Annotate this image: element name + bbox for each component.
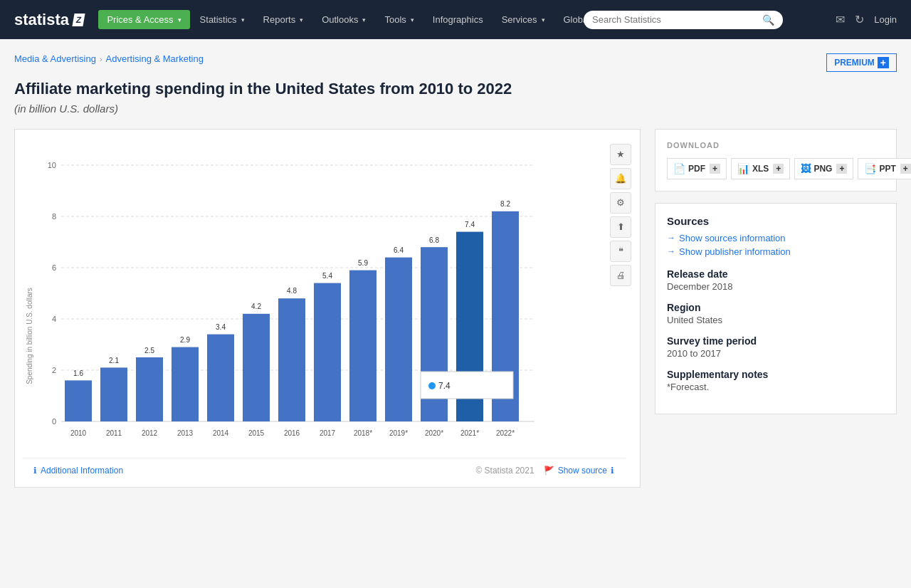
nav-item-services[interactable]: Services ▾ <box>493 10 554 29</box>
copyright: © Statista 2021 <box>475 466 534 476</box>
download-xls-btn[interactable]: 📊 XLS + <box>731 158 790 179</box>
sources-section: Sources → Show sources information → Sho… <box>655 203 897 414</box>
bar-2012 <box>136 357 163 421</box>
additional-info-link[interactable]: ℹ Additional Information <box>33 466 123 476</box>
png-label: PNG <box>813 164 832 174</box>
breadcrumb-media[interactable]: Media & Advertising <box>14 53 96 64</box>
refresh-icon[interactable]: ↻ <box>855 13 864 26</box>
meta-survey-period: Survey time period 2010 to 2017 <box>667 335 885 359</box>
download-ppt-btn[interactable]: 📑 PPT + <box>858 158 911 179</box>
statistics-caret: ▾ <box>241 16 245 23</box>
svg-text:2.5: 2.5 <box>144 347 154 355</box>
ppt-plus: + <box>900 164 911 174</box>
png-plus: + <box>836 164 847 174</box>
bar-2016 <box>278 298 305 421</box>
breadcrumb-area: Media & Advertising › Advertising & Mark… <box>0 39 911 79</box>
tooltip-dot <box>428 382 436 389</box>
page-title: Affiliate marketing spending in the Unit… <box>14 79 897 100</box>
svg-text:4: 4 <box>52 315 56 323</box>
bar-2010 <box>65 380 92 421</box>
breadcrumb: Media & Advertising › Advertising & Mark… <box>14 53 204 64</box>
search-container: 🔍 <box>584 11 783 29</box>
svg-text:4.2: 4.2 <box>251 303 261 310</box>
xls-icon: 📊 <box>737 163 749 174</box>
svg-text:2021*: 2021* <box>460 429 479 437</box>
arrow-icon-2: → <box>667 246 675 256</box>
meta-supp-label: Supplementary notes <box>667 369 885 380</box>
y-axis-label: Spending in billion U.S. dollars <box>26 288 33 384</box>
svg-text:5.4: 5.4 <box>322 272 332 280</box>
breadcrumb-advertising[interactable]: Advertising & Marketing <box>106 53 204 64</box>
flag-icon: 🚩 <box>544 466 554 476</box>
tools-caret: ▾ <box>411 16 414 23</box>
nav-item-tools[interactable]: Tools ▾ <box>376 10 422 29</box>
download-pdf-btn[interactable]: 📄 PDF + <box>667 158 727 179</box>
reports-caret: ▾ <box>300 16 303 23</box>
meta-release-value: December 2018 <box>667 281 885 292</box>
page-title-area: Affiliate marketing spending in the Unit… <box>0 79 911 129</box>
svg-text:2016: 2016 <box>284 429 300 437</box>
svg-text:2010: 2010 <box>70 429 87 437</box>
show-sources-info-link[interactable]: → Show sources information <box>667 233 885 243</box>
download-png-btn[interactable]: 🖼 PNG + <box>794 158 853 179</box>
bar-chart: Spending in billion U.S. dollars 0 2 4 6… <box>22 144 563 450</box>
pdf-plus: + <box>710 164 720 174</box>
show-source-link[interactable]: Show source <box>558 466 607 476</box>
pdf-icon: 📄 <box>673 163 685 174</box>
mail-icon[interactable]: ✉ <box>836 13 845 26</box>
source-info-icon: ℹ <box>611 466 614 476</box>
search-input[interactable] <box>592 14 762 25</box>
meta-region: Region United States <box>667 302 885 325</box>
svg-text:2022*: 2022* <box>496 429 515 437</box>
meta-release-label: Release date <box>667 268 885 280</box>
svg-text:8: 8 <box>52 212 56 221</box>
publisher-info-label: Show publisher information <box>679 246 791 257</box>
logo[interactable]: statista Z <box>14 11 84 29</box>
meta-release-date: Release date December 2018 <box>667 268 885 292</box>
meta-region-value: United States <box>667 315 885 325</box>
breadcrumb-sep: › <box>100 55 102 63</box>
sources-info-label: Show sources information <box>679 233 786 243</box>
bar-2011 <box>100 367 127 421</box>
meta-supp-value: *Forecast. <box>667 382 885 392</box>
svg-text:2.1: 2.1 <box>109 357 119 364</box>
services-caret: ▾ <box>542 16 545 23</box>
svg-text:2012: 2012 <box>142 429 158 437</box>
chart-svg-area: Spending in billion U.S. dollars 0 2 4 6… <box>22 144 626 452</box>
svg-text:2013: 2013 <box>177 429 194 437</box>
svg-text:0: 0 <box>52 417 56 426</box>
nav-item-outlooks[interactable]: Outlooks ▾ <box>313 10 374 29</box>
search-bar: 🔍 <box>584 11 783 29</box>
svg-text:6: 6 <box>52 263 56 272</box>
info-icon: ℹ <box>33 466 37 476</box>
svg-text:1.6: 1.6 <box>73 369 83 377</box>
premium-plus: + <box>878 57 889 68</box>
login-link[interactable]: Login <box>874 14 897 25</box>
bar-2017 <box>314 283 341 421</box>
page-subtitle: (in billion U.S. dollars) <box>14 103 897 115</box>
nav-item-statistics[interactable]: Statistics ▾ <box>191 10 253 29</box>
nav-item-reports[interactable]: Reports ▾ <box>255 10 312 29</box>
svg-text:2: 2 <box>52 366 56 374</box>
logo-text: statista <box>14 11 69 29</box>
bar-2019 <box>385 257 412 421</box>
svg-text:8.2: 8.2 <box>500 200 510 208</box>
show-publisher-info-link[interactable]: → Show publisher information <box>667 246 885 257</box>
premium-badge[interactable]: PREMIUM + <box>826 53 897 72</box>
xls-plus: + <box>773 164 784 174</box>
sidebar: DOWNLOAD 📄 PDF + 📊 XLS + 🖼 PNG + <box>641 129 897 488</box>
tooltip-text: 7.4 <box>438 381 451 391</box>
nav-item-prices[interactable]: Prices & Access ▾ <box>98 10 189 29</box>
svg-text:2015: 2015 <box>248 429 265 437</box>
prices-caret: ▾ <box>178 16 181 23</box>
premium-label: PREMIUM <box>834 58 875 68</box>
bar-2015 <box>243 313 270 421</box>
outlooks-caret: ▾ <box>362 16 366 23</box>
nav-item-infographics[interactable]: Infographics <box>424 10 492 29</box>
svg-text:10: 10 <box>48 161 56 169</box>
search-icon[interactable]: 🔍 <box>762 14 774 26</box>
chart-footer-right: © Statista 2021 🚩 Show source ℹ <box>475 466 614 476</box>
download-title: DOWNLOAD <box>667 141 885 149</box>
svg-text:2020*: 2020* <box>425 429 443 437</box>
chart-container: ★ 🔔 ⚙ ⬆ ❝ 🖨 Spending in billion U.S. dol… <box>14 129 641 488</box>
